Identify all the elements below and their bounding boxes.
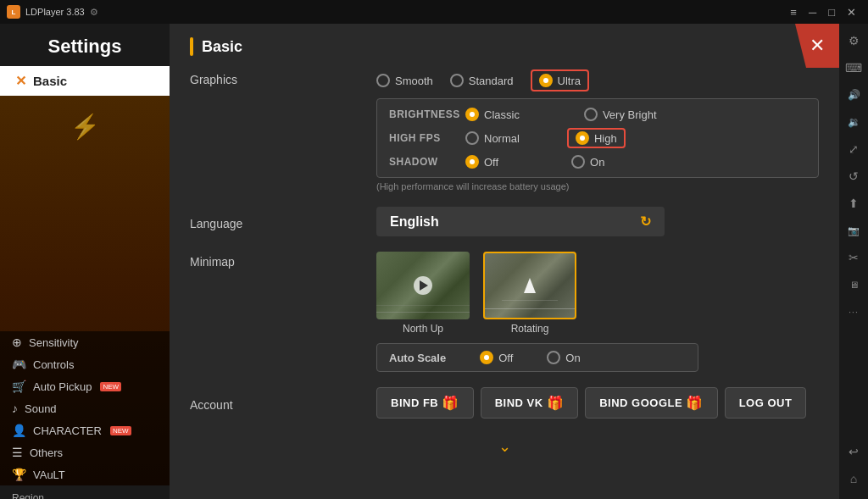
autoscale-on-radio[interactable] <box>547 351 560 364</box>
sidebar-item-auto-pickup[interactable]: 🛒 Auto Pickup NEW <box>0 375 170 397</box>
toolbar-home-button[interactable]: ⌂ <box>842 467 865 491</box>
shadow-off-option[interactable]: Off <box>465 155 498 169</box>
shadow-on-option[interactable]: On <box>571 155 604 169</box>
sidebar-item-character[interactable]: 👤 CHARACTER NEW <box>0 419 170 441</box>
close-button[interactable]: ✕ <box>842 6 861 19</box>
minimap-control: North Up Ro <box>376 252 819 372</box>
maximize-button[interactable]: □ <box>823 6 840 19</box>
toolbar-resize-button[interactable]: ⤢ <box>842 137 865 161</box>
minimize-button[interactable]: ─ <box>804 6 821 19</box>
brightness-options: Classic Very Bright <box>465 108 806 121</box>
toolbar-home-icon: ⌂ <box>850 472 857 485</box>
brightness-verybright-option[interactable]: Very Bright <box>584 108 657 121</box>
scroll-down-indicator: ⌄ <box>190 434 819 459</box>
main-content: ✕ Basic Graphics Smooth <box>170 24 839 499</box>
sidebar-label-others: Others <box>30 446 63 459</box>
controls-icon: 🎮 <box>12 358 26 371</box>
toolbar-rotate-button[interactable]: ↺ <box>842 164 865 188</box>
toolbar-upload-button[interactable]: ⬆ <box>842 191 865 215</box>
toolbar-more-button[interactable]: ··· <box>842 300 865 324</box>
chevron-down-icon: ⌄ <box>498 438 511 455</box>
bind-fb-button[interactable]: BIND FB 🎁 <box>376 387 474 419</box>
shadow-on-radio[interactable] <box>571 155 585 169</box>
highfps-label: HIGH FPS <box>389 132 465 144</box>
sidebar-label-sensitivity: Sensitivity <box>29 336 79 349</box>
brightness-classic-label: Classic <box>484 108 520 121</box>
sidebar-item-basic[interactable]: ✕ Basic <box>0 66 170 96</box>
graphics-standard-radio[interactable] <box>450 74 464 87</box>
toolbar-monitor-button[interactable]: 🖥 <box>842 273 865 297</box>
character-icon: 👤 <box>12 424 26 437</box>
language-dropdown[interactable]: English ↻ <box>376 207 665 236</box>
shadow-options: Off On <box>465 155 806 169</box>
log-out-button[interactable]: LOG OUT <box>725 387 807 419</box>
log-out-label: LOG OUT <box>739 396 793 409</box>
brightness-classic-radio[interactable] <box>465 108 479 121</box>
toolbar-volume-down-button[interactable]: 🔉 <box>842 110 865 134</box>
graphics-ultra-option[interactable]: Ultra <box>531 69 589 91</box>
minimap-rotating-option[interactable]: Rotating <box>483 252 576 335</box>
bind-google-button[interactable]: BIND GOOGLE 🎁 <box>585 387 717 419</box>
bind-fb-label: BIND FB <box>391 396 438 409</box>
autoscale-off-radio[interactable] <box>480 351 493 364</box>
brightness-label: BRIGHTNESS <box>389 108 465 120</box>
toolbar-settings-button[interactable]: ⚙ <box>842 29 865 53</box>
sidebar-item-sensitivity[interactable]: ⊕ Sensitivity <box>0 331 170 353</box>
autoscale-on-label: On <box>565 352 580 364</box>
highfps-high-label: High <box>594 132 617 145</box>
toolbar-scissors-button[interactable]: ✂ <box>842 246 865 269</box>
brightness-verybright-label: Very Bright <box>603 108 657 121</box>
autoscale-off-option[interactable]: Off <box>480 351 513 364</box>
brightness-classic-option[interactable]: Classic <box>465 108 520 121</box>
graphics-control: Smooth Standard Ultra <box>376 69 819 191</box>
sidebar-region: Region Singapore <box>0 485 170 499</box>
account-label: Account <box>190 395 376 412</box>
others-icon: ☰ <box>12 446 23 459</box>
minimap-north-up-option[interactable]: North Up <box>376 252 470 335</box>
brightness-verybright-radio[interactable] <box>584 108 598 121</box>
sidebar-label-sound: Sound <box>25 402 57 415</box>
autoscale-label: Auto Scale <box>389 352 446 364</box>
toolbar-volume-up-button[interactable]: 🔊 <box>842 83 865 107</box>
graphics-standard-option[interactable]: Standard <box>450 74 514 87</box>
menu-icon[interactable]: ≡ <box>785 6 802 19</box>
graphics-smooth-option[interactable]: Smooth <box>376 74 433 87</box>
shadow-off-radio[interactable] <box>465 155 479 169</box>
app-logo-icon: L <box>7 5 20 19</box>
toolbar-resize-icon: ⤢ <box>849 142 859 156</box>
highfps-high-radio[interactable] <box>576 131 589 145</box>
graphics-smooth-label: Smooth <box>395 75 433 87</box>
settings-title: Settings <box>0 24 170 66</box>
highfps-high-option[interactable]: High <box>567 128 626 148</box>
highfps-options: Normal High <box>465 128 806 148</box>
bind-vk-gift-icon: 🎁 <box>547 395 565 411</box>
graphics-note: (High performance will increase battery … <box>376 181 819 191</box>
sidebar: Settings ✕ Basic ⚡ ⊕ Sensitivity 🎮 <box>0 24 170 499</box>
minimap-north-up-thumb[interactable] <box>376 252 470 319</box>
toolbar-keyboard-button[interactable]: ⌨ <box>842 56 865 80</box>
bind-vk-button[interactable]: BIND VK 🎁 <box>481 387 578 419</box>
toolbar-scissors-icon: ✂ <box>849 251 859 264</box>
sidebar-item-others[interactable]: ☰ Others <box>0 441 170 463</box>
language-refresh-icon[interactable]: ↻ <box>640 213 651 230</box>
highfps-normal-option[interactable]: Normal <box>465 131 520 145</box>
toolbar-upload-icon: ⬆ <box>849 197 859 210</box>
bind-vk-label: BIND VK <box>495 396 543 409</box>
toolbar-keyboard-icon: ⌨ <box>845 61 862 75</box>
autoscale-on-option[interactable]: On <box>547 351 580 364</box>
graphics-smooth-radio[interactable] <box>376 74 390 87</box>
minimap-rotating-thumb[interactable] <box>483 252 576 319</box>
sidebar-item-vault[interactable]: 🏆 VAuLT <box>0 463 170 485</box>
app-title: LDPlayer 3.83 <box>25 7 85 17</box>
autoscale-off-label: Off <box>498 352 513 364</box>
sidebar-item-sound[interactable]: ♪ Sound <box>0 397 170 419</box>
sidebar-label-vault: VAuLT <box>33 469 65 481</box>
sidebar-item-controls[interactable]: 🎮 Controls <box>0 353 170 375</box>
toolbar-screenshot-button[interactable]: 📷 <box>842 219 865 242</box>
basic-icon: ✕ <box>15 73 26 89</box>
graphics-ultra-radio[interactable] <box>539 74 553 87</box>
toolbar-back-button[interactable]: ↩ <box>842 440 865 463</box>
toolbar-square-button[interactable]: □ <box>842 494 865 499</box>
highfps-normal-radio[interactable] <box>465 131 479 145</box>
toolbar-rotate-icon: ↺ <box>849 169 859 183</box>
